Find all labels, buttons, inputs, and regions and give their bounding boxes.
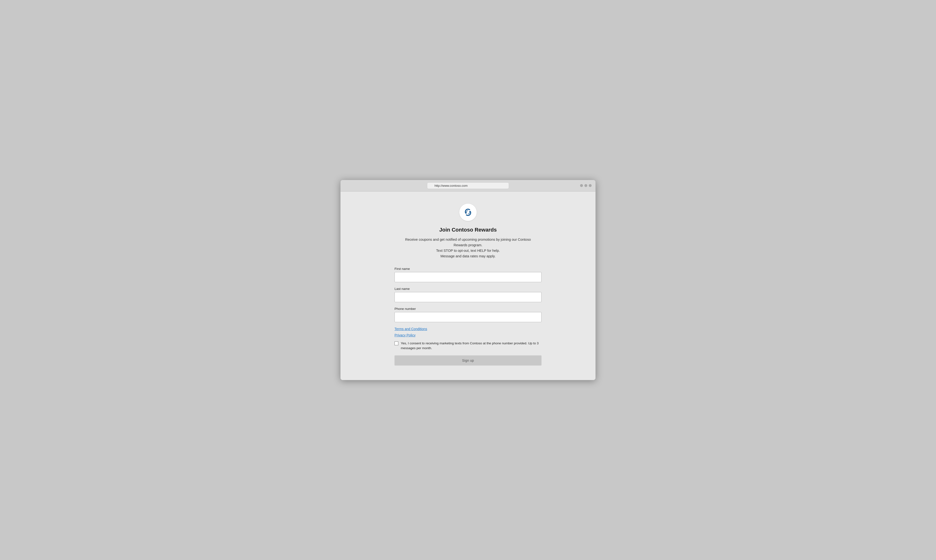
desc-line1: Receive coupons and get notified of upco… [405,238,531,242]
desc-line3: Text STOP to opt-out, text HELP for help… [436,249,500,252]
last-name-label: Last name [394,287,542,291]
signup-button[interactable]: Sign up [394,355,542,366]
first-name-label: First name [394,267,542,271]
browser-content: Join Contoso Rewards Receive coupons and… [340,192,596,380]
links-section: Terms and Conditions Privacy Policy [394,327,542,337]
phone-group: Phone number [394,307,542,322]
consent-text: Yes, I consent to receiving marketing te… [401,341,542,351]
last-name-input[interactable] [394,292,542,302]
desc-line4: Message and data rates may apply. [440,254,496,258]
page-title: Join Contoso Rewards [439,227,497,233]
contoso-logo-icon [463,207,473,217]
url-text: http://www.contoso.com [434,184,468,188]
terms-link[interactable]: Terms and Conditions [394,327,542,331]
privacy-link[interactable]: Privacy Policy [394,333,542,337]
brand-logo-circle [459,204,477,221]
first-name-input[interactable] [394,272,542,282]
consent-checkbox[interactable] [394,342,398,345]
address-bar[interactable]: http://www.contoso.com [427,182,509,189]
address-bar-wrapper: 🔒 http://www.contoso.com [427,182,509,189]
browser-window: 🔒 http://www.contoso.com Join Contoso Re… [340,180,596,380]
browser-dot-1 [580,184,583,187]
desc-line2: Rewards program. [454,243,482,247]
last-name-group: Last name [394,287,542,302]
first-name-group: First name [394,267,542,282]
browser-controls [580,184,592,187]
signup-form: First name Last name Phone number Terms … [394,267,542,366]
page-description: Receive coupons and get notified of upco… [405,237,531,259]
consent-row: Yes, I consent to receiving marketing te… [394,341,542,351]
browser-titlebar: 🔒 http://www.contoso.com [340,180,596,192]
phone-input[interactable] [394,312,542,322]
browser-dot-3 [589,184,592,187]
browser-dot-2 [584,184,587,187]
phone-label: Phone number [394,307,542,311]
